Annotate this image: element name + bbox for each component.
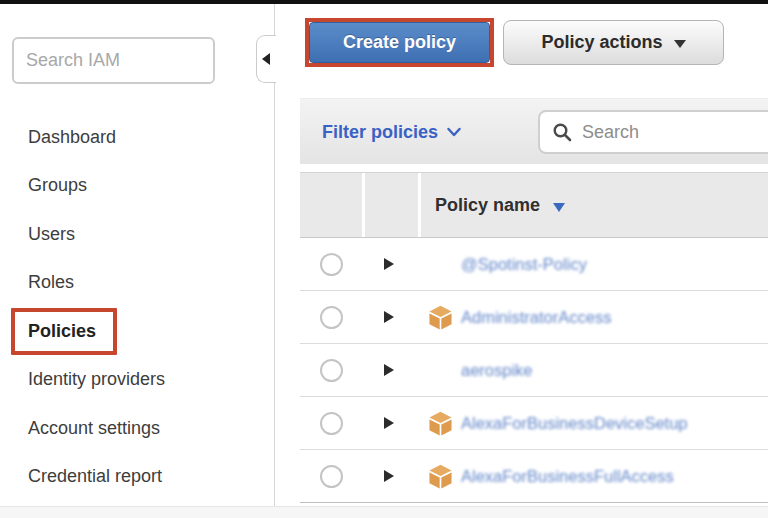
policy-name-link[interactable]: AlexaForBusinessFullAccess: [461, 467, 674, 486]
sidebar: Dashboard Groups Users Roles Policies Id…: [0, 4, 274, 506]
aws-managed-policy-icon: [428, 464, 453, 489]
sidebar-item-label: Dashboard: [28, 127, 116, 148]
expand-row-icon[interactable]: [384, 258, 394, 270]
row-radio-button[interactable]: [320, 253, 343, 276]
policy-name-link[interactable]: @Spotinst-Policy: [461, 255, 587, 274]
sidebar-item-groups[interactable]: Groups: [0, 162, 274, 211]
policy-rows: @Spotinst-Policy AdministratorAccess: [300, 238, 768, 503]
expand-row-icon[interactable]: [384, 311, 394, 323]
policy-name-header-label: Policy name: [435, 195, 540, 216]
expander-cell: [362, 364, 415, 376]
filter-bar: Filter policies: [300, 98, 768, 164]
policy-name-link[interactable]: aerospike: [461, 361, 533, 380]
policy-search-input[interactable]: [582, 122, 768, 143]
sidebar-item-label: Users: [28, 224, 75, 245]
search-icon: [552, 122, 573, 143]
create-policy-button[interactable]: Create policy: [309, 22, 490, 63]
policy-name-cell: AlexaForBusinessDeviceSetup: [415, 411, 768, 436]
policy-name-link[interactable]: AdministratorAccess: [461, 308, 611, 327]
aws-managed-policy-icon: [428, 411, 453, 436]
sidebar-item-label: Groups: [28, 175, 87, 196]
footer-strip: [0, 506, 768, 518]
sidebar-item-credential-report[interactable]: Credential report: [0, 453, 274, 502]
filter-policies-dropdown[interactable]: Filter policies: [322, 99, 461, 165]
sidebar-item-label: Account settings: [28, 418, 160, 439]
header-expand-column: [365, 173, 418, 237]
sidebar-item-label: Identity providers: [28, 369, 165, 390]
sidebar-item-label: Policies: [11, 308, 117, 355]
policy-table-row: @Spotinst-Policy: [300, 238, 768, 291]
expand-row-icon[interactable]: [384, 364, 394, 376]
policy-name-link[interactable]: AlexaForBusinessDeviceSetup: [461, 414, 688, 433]
header-policy-name-column[interactable]: Policy name: [421, 173, 768, 237]
radio-cell: [300, 412, 362, 435]
radio-cell: [300, 306, 362, 329]
expand-row-icon[interactable]: [384, 470, 394, 482]
policy-name-cell: AlexaForBusinessFullAccess: [415, 464, 768, 489]
policy-name-cell: AdministratorAccess: [415, 305, 768, 330]
policy-table-row: AlexaForBusinessFullAccess: [300, 450, 768, 503]
iam-console-screen: Dashboard Groups Users Roles Policies Id…: [0, 0, 768, 518]
policy-name-cell: aerospike: [415, 358, 768, 383]
row-radio-button[interactable]: [320, 306, 343, 329]
policy-table-row: AdministratorAccess: [300, 291, 768, 344]
expand-row-icon[interactable]: [384, 417, 394, 429]
caret-down-icon: [674, 40, 686, 48]
expander-cell: [362, 417, 415, 429]
filter-policies-label: Filter policies: [322, 122, 438, 143]
policy-actions-button[interactable]: Policy actions: [503, 20, 724, 65]
row-radio-button[interactable]: [320, 412, 343, 435]
sidebar-item-dashboard[interactable]: Dashboard: [0, 113, 274, 162]
sidebar-item-label: Credential report: [28, 466, 162, 487]
sidebar-item-users[interactable]: Users: [0, 210, 274, 259]
radio-cell: [300, 253, 362, 276]
policy-actions-label: Policy actions: [541, 32, 662, 53]
sidebar-nav: Dashboard Groups Users Roles Policies Id…: [0, 113, 274, 501]
table-header: Policy name: [300, 172, 768, 238]
expander-cell: [362, 311, 415, 323]
row-radio-button[interactable]: [320, 359, 343, 382]
expander-cell: [362, 470, 415, 482]
radio-cell: [300, 359, 362, 382]
create-policy-highlight-box: Create policy: [305, 18, 494, 67]
iam-search-input[interactable]: [12, 37, 215, 84]
expander-cell: [362, 258, 415, 270]
policy-search-box: [538, 110, 768, 154]
chevron-down-icon: [447, 127, 461, 137]
sidebar-item-roles[interactable]: Roles: [0, 259, 274, 308]
sidebar-item-identity-providers[interactable]: Identity providers: [0, 356, 274, 405]
radio-cell: [300, 465, 362, 488]
policies-panel: Filter policies Policy name: [300, 98, 768, 504]
header-select-column: [300, 173, 362, 237]
policy-name-cell: @Spotinst-Policy: [415, 252, 768, 277]
policy-table-row: aerospike: [300, 344, 768, 397]
sidebar-item-policies[interactable]: Policies: [0, 307, 274, 356]
sidebar-item-label: Roles: [28, 272, 74, 293]
sidebar-collapse-tab[interactable]: [256, 35, 276, 83]
aws-managed-policy-icon: [428, 305, 453, 330]
row-radio-button[interactable]: [320, 465, 343, 488]
sidebar-item-account-settings[interactable]: Account settings: [0, 404, 274, 453]
policy-table-row: AlexaForBusinessDeviceSetup: [300, 397, 768, 450]
sort-desc-icon: [553, 203, 565, 212]
collapse-left-icon: [262, 53, 270, 65]
